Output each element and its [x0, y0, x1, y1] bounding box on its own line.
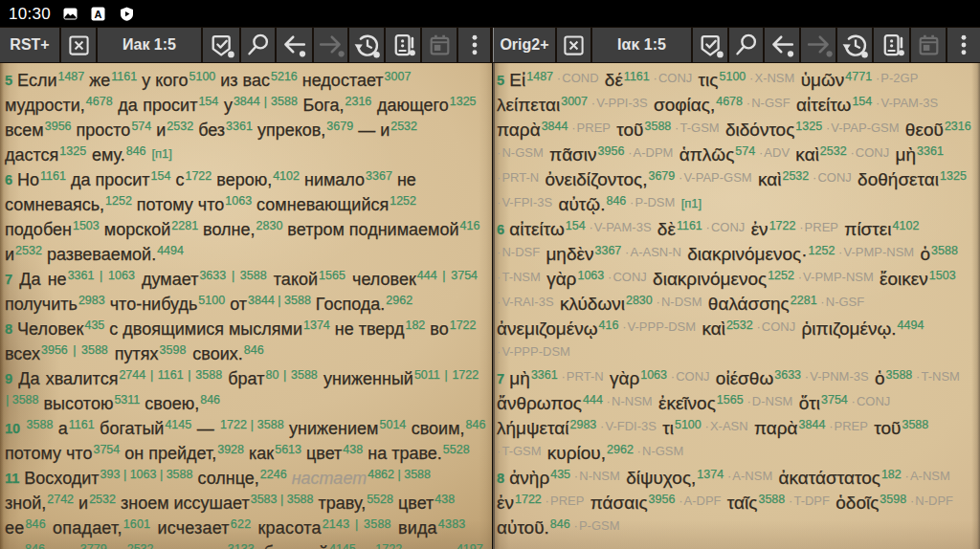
- svg-text:A: A: [95, 9, 102, 20]
